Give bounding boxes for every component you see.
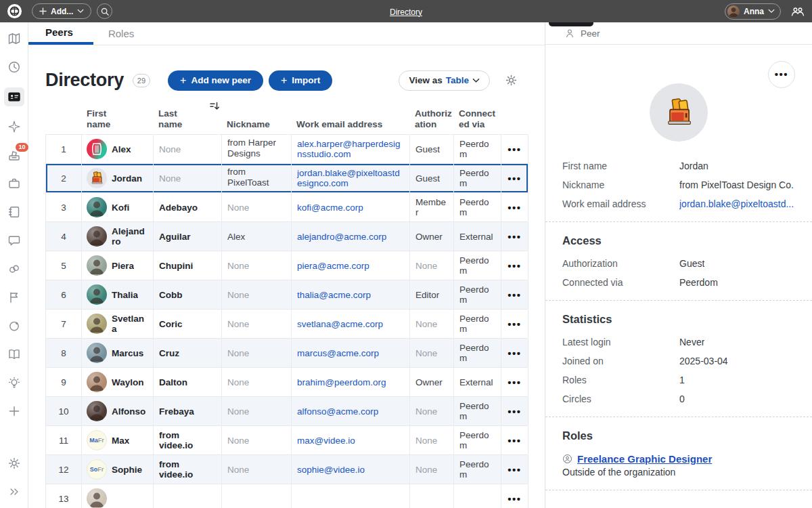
first-name-cell: Alfonso — [82, 397, 154, 425]
role-link[interactable]: Freelance Graphic Designer — [577, 453, 712, 465]
view-as-dropdown[interactable]: View as Table — [399, 70, 490, 91]
sidebar-item-orbit[interactable] — [5, 318, 23, 334]
table-settings-button[interactable] — [505, 74, 518, 87]
topbar-right: Anna — [725, 3, 805, 20]
header-authorization[interactable]: Authorization — [409, 108, 453, 130]
email-link[interactable]: piera@acme.corp — [297, 261, 369, 272]
sidebar-item-handbook[interactable] — [5, 346, 23, 362]
directory-nav-link[interactable]: Directory — [390, 7, 422, 17]
table-row[interactable]: 6ThaliaCobbNonethalia@acme.corpEditorPee… — [45, 280, 528, 310]
header-nickname[interactable]: Nickname — [221, 119, 291, 130]
role-sub-label: Outside of the organization — [562, 467, 795, 478]
row-number-cell: 9 — [46, 368, 82, 396]
ellipsis-icon — [508, 318, 521, 331]
email-link[interactable]: alfonso@acme.corp — [297, 406, 378, 417]
table-row[interactable]: 11MaFrMaxfrom videe.ioNonemax@videe.ioNo… — [45, 426, 528, 455]
row-menu-button[interactable] — [501, 222, 528, 251]
email-link[interactable]: marcus@acme.corp — [297, 348, 379, 359]
row-menu-button[interactable] — [501, 397, 528, 425]
header-email[interactable]: Work email address — [291, 119, 409, 130]
first-name-cell: Svetlana — [82, 310, 154, 338]
header-last-name[interactable]: Last name — [153, 108, 221, 130]
table-row[interactable]: 12SoFrSophiefrom videe.ioNonesophie@vide… — [45, 455, 528, 484]
table-row[interactable]: 9WaylonDaltonNonebrahim@peerdom.orgOwner… — [45, 368, 528, 397]
email-link[interactable]: alex.harper@harperdesignsstudio.com — [297, 139, 404, 160]
row-menu-button[interactable] — [501, 484, 528, 508]
row-menu-button[interactable] — [501, 280, 528, 309]
row-number-cell: 4 — [46, 222, 82, 251]
email-link[interactable]: svetlana@acme.corp — [297, 319, 383, 330]
sidebar-item-settings[interactable] — [5, 455, 23, 471]
avatar — [87, 372, 107, 392]
peer-menu-button[interactable] — [768, 61, 795, 88]
table-row[interactable]: 1AlexNonefrom Harper Designs Studioalex.… — [45, 135, 528, 164]
email-cell: alfonso@acme.corp — [292, 397, 410, 425]
row-menu-button[interactable] — [501, 455, 528, 484]
row-menu-button[interactable] — [501, 339, 528, 367]
row-menu-button[interactable] — [501, 164, 528, 192]
table-row[interactable]: 5PieraChupiniNonepiera@acme.corpNonePeer… — [45, 251, 528, 280]
people-icon[interactable] — [790, 6, 805, 17]
divider — [545, 417, 812, 417]
nickname-cell: Alex — [222, 222, 292, 251]
ellipsis-icon — [508, 435, 521, 447]
toaster-avatar-icon — [661, 95, 696, 130]
first-name-cell: Alex — [82, 135, 154, 163]
table-row[interactable]: 7SvetlanaCoricNonesvetlana@acme.corpNone… — [45, 310, 528, 339]
table-row[interactable]: 2JordanNonefrom PixelToast Design Co.jor… — [45, 164, 528, 193]
sidebar-item-flag[interactable] — [5, 289, 23, 305]
tab-peers[interactable]: Peers — [28, 22, 93, 45]
row-menu-button[interactable] — [501, 135, 528, 163]
tabbar: Peers Roles — [28, 22, 545, 45]
import-button[interactable]: + Import — [269, 70, 332, 91]
email-link[interactable]: sophie@videe.io — [297, 465, 365, 475]
sidebar-item-map[interactable] — [5, 30, 23, 47]
email-link[interactable]: thalia@acme.corp — [297, 290, 371, 301]
email-link[interactable]: max@videe.io — [297, 436, 355, 446]
email-link[interactable]: alejandro@acme.corp — [297, 232, 386, 242]
table-row[interactable]: 3KofiAdebayoNonekofi@acme.corpMemberPeer… — [45, 193, 528, 222]
topbar: Add... Directory Anna — [0, 0, 812, 22]
email-link[interactable]: kofi@acme.corp — [297, 203, 363, 213]
row-menu-button[interactable] — [501, 310, 528, 338]
table-row[interactable]: 10AlfonsoFrebayaNonealfonso@acme.corpNon… — [45, 397, 528, 426]
search-button[interactable] — [97, 3, 112, 19]
email-cell: piera@acme.corp — [292, 251, 410, 280]
row-menu-button[interactable] — [501, 426, 528, 454]
sidebar-item-ideas[interactable] — [5, 375, 23, 391]
sidebar-collapse-button[interactable] — [5, 484, 23, 500]
sidebar-item-chat[interactable] — [5, 232, 23, 249]
chat-icon — [7, 234, 21, 247]
sidebar-item-directory[interactable] — [4, 87, 24, 106]
sidebar-item-add[interactable] — [5, 403, 23, 419]
row-menu-button[interactable] — [501, 368, 528, 396]
email-link[interactable]: brahim@peerdom.org — [297, 377, 386, 388]
email-cell — [292, 484, 410, 508]
table-row[interactable]: 8MarcusCruzNonemarcus@acme.corpNonePeerd… — [45, 339, 528, 368]
add-new-peer-button[interactable]: + Add new peer — [168, 70, 263, 91]
table-row[interactable]: 13 — [45, 484, 528, 508]
field-work-email: Work email address jordan.blake@pixeltoa… — [562, 198, 795, 209]
sidebar-item-briefcase[interactable] — [5, 175, 23, 192]
authorization-cell: None — [410, 310, 454, 338]
sidebar-item-notebook[interactable] — [5, 204, 23, 220]
tab-roles[interactable]: Roles — [93, 22, 149, 45]
sort-icon[interactable] — [209, 101, 220, 114]
add-button[interactable]: Add... — [32, 3, 91, 19]
row-menu-button[interactable] — [501, 251, 528, 280]
sidebar-item-proposals[interactable]: 10 — [5, 147, 23, 163]
sidebar-item-history[interactable] — [5, 59, 23, 75]
user-menu[interactable]: Anna — [725, 3, 781, 20]
row-menu-button[interactable] — [501, 193, 528, 221]
app-logo-icon[interactable] — [7, 3, 22, 19]
topbar-center: Directory — [0, 5, 812, 18]
email-cell: sophie@videe.io — [292, 455, 410, 484]
sidebar-item-connections[interactable] — [5, 261, 23, 277]
table-row[interactable]: 4AlejandroAguilarAlexalejandro@acme.corp… — [45, 222, 528, 251]
header-first-name[interactable]: First name — [81, 108, 153, 130]
last-name-cell: Aguilar — [154, 222, 222, 251]
email-link[interactable]: jordan.blake@pixeltoastdesignco.com — [297, 168, 404, 189]
header-connected-via[interactable]: Connected via — [453, 108, 501, 130]
email-link[interactable]: jordan.blake@pixeltoastd... — [679, 198, 794, 209]
sidebar-item-sparkle[interactable] — [5, 119, 23, 135]
